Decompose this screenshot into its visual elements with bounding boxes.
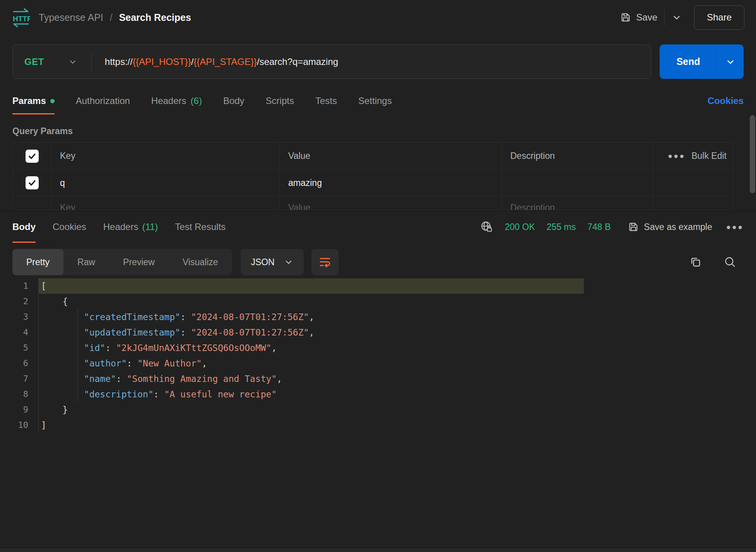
checkmark-icon [27,178,37,187]
url-bar: GET https://{{API_HOST}}/{{API_STAGE}}/s… [12,44,651,79]
line-number: 7 [0,371,39,387]
response-toolbar: Pretty Raw Preview Visualize JSON [0,249,756,275]
view-mode-preview[interactable]: Preview [109,249,169,275]
code-content: "createdTimestamp": "2024-08-07T01:27:56… [39,309,584,325]
column-description-label: Description [502,143,653,169]
topbar-actions: Save Share [620,5,744,30]
request-bar: GET https://{{API_HOST}}/{{API_STAGE}}/s… [0,44,756,79]
code-lines: 1[2 {3 "createdTimestamp": "2024-08-07T0… [0,278,756,433]
response-meta: 200 OK 255 ms 748 B Save as example ●●● [480,211,744,243]
query-params-title: Query Params [0,126,756,138]
indent-guide [77,309,78,402]
view-mode-visualize[interactable]: Visualize [169,249,232,275]
code-line: 6 "author": "New Author", [0,356,756,371]
code-line: 8 "description": "A useful new recipe" [0,387,756,402]
param-placeholder-row: Key Value Description [13,196,733,210]
view-mode-switch: Pretty Raw Preview Visualize [12,249,232,275]
save-label: Save [636,12,657,23]
response-tab-headers[interactable]: Headers (11) [103,211,158,243]
tab-scripts[interactable]: Scripts [266,87,294,114]
tab-authorization[interactable]: Authorization [76,87,130,114]
chevron-down-icon [68,57,77,66]
http-logo-icon: HTTP [12,7,30,27]
view-mode-raw[interactable]: Raw [63,249,109,275]
response-tools [689,256,744,269]
line-number: 6 [0,356,39,371]
line-number: 2 [0,294,39,309]
code-content: "name": "Somthing Amazing and Tasty", [39,371,584,387]
code-content: "author": "New Author", [39,356,584,371]
method-label: GET [24,56,44,67]
url-variable: {{API_HOST}} [133,56,191,67]
params-scrollbar-thumb[interactable] [750,115,755,193]
bulk-edit-button[interactable]: Bulk Edit [691,151,727,161]
code-content: "updatedTimestamp": "2024-08-07T01:27:56… [39,325,584,340]
send-button[interactable]: Send [660,44,744,79]
globe-lock-icon[interactable] [480,220,493,233]
request-name[interactable]: Search Recipes [119,12,191,23]
chevron-down-icon [672,12,682,22]
params-header-row: Key Value Description ●●● Bulk Edit [13,143,733,170]
more-options-icon[interactable]: ●●● [668,152,685,160]
save-button[interactable]: Save [620,12,657,23]
column-key-label: Key [51,143,280,169]
send-label[interactable]: Send [660,44,717,79]
url-variable: {{API_STAGE}} [193,56,257,67]
method-selector[interactable]: GET [13,56,91,67]
search-icon[interactable] [724,256,737,269]
code-content: { [39,294,584,309]
tab-tests[interactable]: Tests [315,87,337,114]
url-part: /search?q=amazing [257,56,338,67]
code-content: "id": "2kJG4mUnAXiKTttZGSQ6OsOOoMW", [39,340,584,356]
wrap-text-button[interactable] [311,249,339,275]
response-tab-body[interactable]: Body [12,211,36,243]
code-content: "description": "A useful new recipe" [39,387,584,402]
placeholder-key-cell[interactable]: Key [51,196,280,210]
send-dropdown-button[interactable] [717,44,744,79]
breadcrumb: Typesense API / Search Recipes [39,12,191,23]
line-number: 1 [0,278,39,294]
response-tab-cookies[interactable]: Cookies [53,211,86,243]
view-mode-pretty[interactable]: Pretty [12,249,63,275]
tab-body[interactable]: Body [223,87,245,114]
response-tab-test-results[interactable]: Test Results [175,211,226,243]
response-body: 1[2 {3 "createdTimestamp": "2024-08-07T0… [0,278,756,433]
tab-params[interactable]: Params [12,87,55,114]
checkmark-icon [27,152,37,161]
code-line: 2 { [0,294,756,309]
floppy-icon [628,221,639,233]
collection-name[interactable]: Typesense API [39,12,103,23]
cookies-link[interactable]: Cookies [708,95,744,106]
response-time: 255 ms [547,222,576,232]
url-input[interactable]: https://{{API_HOST}}/{{API_STAGE}}/searc… [92,56,338,67]
line-number: 5 [0,340,39,356]
response-size: 748 B [587,222,611,232]
placeholder-description-cell[interactable]: Description [502,196,653,210]
save-dropdown-button[interactable] [672,12,682,22]
app-root: HTTP Typesense API / Search Recipes Save [0,0,756,552]
code-content: } [39,402,584,417]
tab-settings[interactable]: Settings [358,87,392,114]
code-line: 9 } [0,402,756,417]
select-all-checkbox[interactable] [26,150,39,163]
share-button[interactable]: Share [694,5,744,30]
topbar: HTTP Typesense API / Search Recipes Save [0,0,756,35]
wrap-text-icon [318,256,332,269]
url-part: https:// [105,56,133,67]
param-key-cell[interactable]: q [51,170,280,196]
query-params-table: Key Value Description ●●● Bulk Edit q am… [12,142,733,210]
tab-headers[interactable]: Headers (6) [151,87,202,114]
line-number: 9 [0,402,39,417]
format-selector[interactable]: JSON [241,249,304,275]
save-as-example-button[interactable]: Save as example [628,221,712,233]
code-line: 10] [0,417,756,433]
response-more-icon[interactable]: ●●● [726,223,744,232]
placeholder-value-cell[interactable]: Value [280,196,502,210]
param-description-cell[interactable] [502,170,653,196]
copy-icon[interactable] [689,256,702,269]
param-value-cell[interactable]: amazing [280,170,502,196]
bottom-strip [0,547,756,552]
status-badge: 200 OK [505,222,535,232]
chevron-down-icon [725,57,735,67]
row-checkbox[interactable] [26,176,39,189]
